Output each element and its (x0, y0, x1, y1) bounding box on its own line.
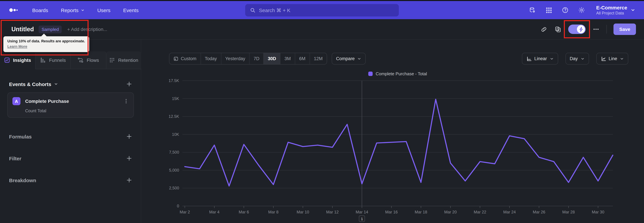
tab-retention[interactable]: Retention (106, 51, 141, 69)
svg-text:Mar 8: Mar 8 (268, 210, 278, 214)
chevron-down-icon (630, 8, 635, 13)
nav-item-users[interactable]: Users (97, 7, 110, 13)
copy-link-icon[interactable] (540, 26, 548, 33)
svg-text:2,500: 2,500 (169, 186, 179, 190)
svg-text:17.5K: 17.5K (168, 78, 179, 83)
chevron-down-icon (358, 57, 362, 61)
mixpanel-logo[interactable] (9, 6, 20, 14)
lightning-bolt-icon (579, 27, 583, 32)
tab-label: Flows (87, 57, 99, 63)
sidebar-content: Events & Cohorts A Complete Purchase Cou… (0, 69, 141, 223)
help-icon[interactable] (561, 6, 569, 14)
nav-item-reports[interactable]: Reports (61, 7, 84, 13)
event-name: Complete Purchase (25, 98, 69, 104)
sampling-tooltip-text: Using 10% of data. Results are approxima… (8, 39, 85, 43)
svg-text:Mar 10: Mar 10 (297, 210, 309, 214)
mixpanel-logo-dots-icon (9, 6, 20, 14)
svg-text:Mar 2: Mar 2 (180, 210, 190, 214)
granularity-dropdown[interactable]: Day (565, 53, 589, 65)
chart-annotation-marker[interactable]: 1 (359, 215, 365, 222)
date-range-controls: Custom Today Yesterday 7D 30D 3M 6M 12M … (169, 53, 366, 65)
svg-text:Mar 26: Mar 26 (533, 210, 546, 214)
svg-text:Mar 22: Mar 22 (474, 210, 486, 214)
flows-icon (78, 57, 84, 63)
sampling-toggle-wrap (568, 25, 586, 34)
tab-label: Funnels (49, 57, 66, 63)
svg-text:Mar 30: Mar 30 (592, 210, 604, 214)
line-chart-icon (600, 56, 606, 61)
add-breakdown-button[interactable] (126, 177, 132, 183)
range-yesterday[interactable]: Yesterday (221, 53, 249, 64)
section-label: Formulas (9, 134, 32, 139)
nav-links: Boards Reports Users Events (32, 7, 138, 13)
add-event-button[interactable] (126, 81, 132, 87)
chart-type-dropdown[interactable]: Line (596, 53, 628, 65)
app-canvas: Boards Reports Users Events Search ⌘ + K (0, 0, 644, 223)
date-range-segmented: Custom Today Yesterday 7D 30D 3M 6M 12M (169, 53, 327, 65)
sampled-badge[interactable]: Sampled (38, 25, 62, 33)
nav-item-events[interactable]: Events (123, 7, 138, 13)
chart-legend[interactable]: Complete Purchase - Total (182, 71, 613, 76)
range-7d[interactable]: 7D (249, 53, 264, 64)
settings-gear-icon[interactable] (578, 6, 586, 14)
insights-icon (4, 57, 10, 63)
add-formula-button[interactable] (126, 134, 132, 140)
range-3m[interactable]: 3M (280, 53, 295, 64)
top-nav: Boards Reports Users Events Search ⌘ + K (0, 1, 644, 19)
chevron-down-icon (580, 57, 584, 61)
range-12m[interactable]: 12M (310, 53, 327, 64)
tab-insights[interactable]: Insights (0, 51, 36, 69)
event-menu-icon[interactable] (124, 98, 129, 104)
range-30d[interactable]: 30D (264, 53, 280, 64)
event-series-badge: A (12, 97, 20, 105)
sampling-toggle-knob (577, 25, 585, 33)
chevron-down-icon (620, 57, 624, 61)
compare-button[interactable]: Compare (332, 53, 366, 65)
svg-text:Mar 6: Mar 6 (239, 210, 249, 214)
report-title[interactable]: Untitled (12, 26, 34, 33)
section-formulas: Formulas (0, 134, 141, 140)
svg-text:15K: 15K (172, 96, 179, 101)
chevron-down-icon (81, 8, 84, 12)
retention-icon (109, 57, 115, 63)
save-button[interactable]: Save (614, 24, 636, 35)
svg-text:Mar 28: Mar 28 (562, 210, 575, 214)
legend-swatch (368, 72, 373, 76)
sampling-toggle[interactable] (568, 25, 586, 34)
add-description-field[interactable]: + Add description... (67, 27, 107, 32)
range-custom[interactable]: Custom (170, 53, 200, 64)
apps-grid-icon[interactable] (545, 6, 553, 14)
more-options-icon[interactable] (592, 26, 600, 33)
search-input[interactable]: Search ⌘ + K (245, 4, 399, 17)
add-filter-button[interactable] (126, 155, 132, 161)
add-to-board-icon[interactable] (554, 26, 562, 33)
tab-label: Retention (118, 57, 138, 63)
section-label: Breakdown (9, 177, 36, 183)
range-6m[interactable]: 6M (295, 53, 310, 64)
event-card[interactable]: A Complete Purchase Count Total (8, 92, 134, 118)
svg-text:Mar 20: Mar 20 (444, 210, 457, 214)
linear-axis-icon (526, 56, 532, 61)
events-cohorts-header: Events & Cohorts (0, 81, 141, 87)
svg-text:7,500: 7,500 (169, 150, 179, 154)
nav-item-boards[interactable]: Boards (32, 7, 48, 13)
svg-text:10K: 10K (172, 132, 179, 137)
event-row: A Complete Purchase (12, 97, 129, 105)
tab-flows[interactable]: Flows (71, 51, 106, 69)
events-cohorts-title[interactable]: Events & Cohorts (9, 81, 58, 87)
title-actions: Save (540, 24, 636, 35)
chart-display-controls: Linear Day Line (522, 53, 628, 65)
learn-more-link[interactable]: Learn More (8, 44, 27, 48)
range-today[interactable]: Today (200, 53, 221, 64)
scale-dropdown[interactable]: Linear (522, 53, 558, 65)
tab-funnels[interactable]: Funnels (36, 51, 71, 69)
sampling-tooltip: Using 10% of data. Results are approxima… (3, 36, 89, 52)
project-name: E-Commerce (596, 5, 627, 11)
project-selector[interactable]: E-Commerce All Project Data (596, 5, 635, 16)
event-metric[interactable]: Count Total (25, 108, 129, 113)
data-management-icon[interactable] (528, 6, 536, 14)
search-placeholder: Search ⌘ + K (259, 7, 290, 13)
section-breakdown: Breakdown (0, 177, 141, 183)
legend-label: Complete Purchase - Total (376, 71, 427, 76)
chevron-down-icon (550, 57, 554, 61)
